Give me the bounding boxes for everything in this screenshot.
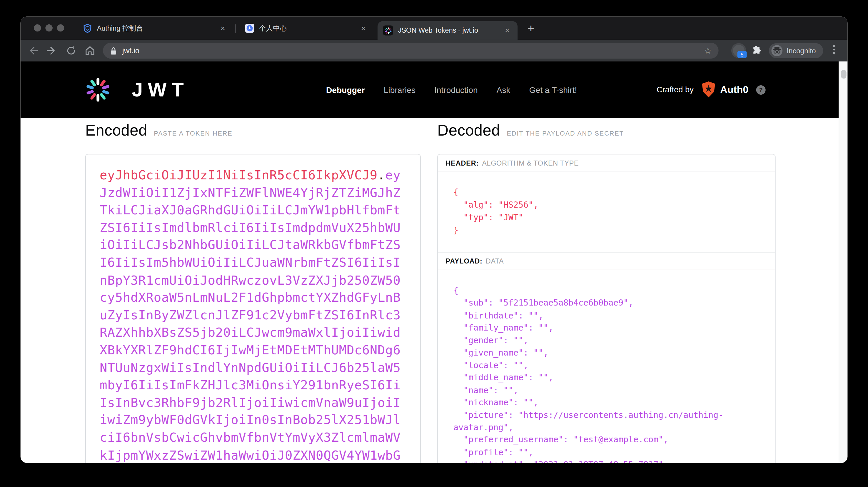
tab-jwt-io[interactable]: JSON Web Tokens - jwt.io ✕: [377, 21, 518, 40]
token-line: TkiLCJiaXJ0aGRhdGUiOiIiLCJmYW1pbHlfbmFt: [100, 202, 409, 219]
crafted-by-group: Crafted by Auth0 ?: [657, 61, 766, 118]
browser-menu-icon[interactable]: [833, 45, 835, 54]
json-line: "typ": "JWT": [454, 211, 771, 224]
browser-window: Authing 控制台 ✕ 个人中心 ✕: [21, 17, 848, 463]
json-line: "sub": "5f2151beae5a8b4ce6b0bae9",: [454, 297, 771, 309]
header-section-label: HEADER: ALGORITHM & TOKEN TYPE: [438, 154, 775, 172]
personal-center-icon: [245, 24, 254, 33]
authing-shield-icon: [83, 24, 92, 33]
address-bar[interactable]: jwt.io ☆: [103, 43, 719, 59]
window-zoom-button[interactable]: [57, 24, 64, 31]
token-line: XBkYXRlZF9hdCI6IjIwMjEtMDEtMThUMDc6NDg6: [100, 341, 409, 359]
jwt-favicon: [383, 26, 393, 36]
json-line: "name": "",: [454, 384, 771, 396]
token-line: IsInBvc3RhbF9jb2RlIjoiIiwicmVnaW9uIjoiI: [100, 394, 409, 412]
decoded-title: Decoded: [437, 122, 500, 140]
nav-ask[interactable]: Ask: [497, 85, 510, 94]
window-minimize-button[interactable]: [45, 24, 52, 31]
json-line: avatar.png",: [454, 421, 771, 434]
window-close-button[interactable]: [34, 24, 41, 31]
decoded-subtitle: EDIT THE PAYLOAD AND SECRET: [507, 130, 624, 137]
json-line: "nickname": "",: [454, 396, 771, 409]
token-line: ZSI6IiIsImdlbmRlciI6IiIsImdpdmVuX25hbWU: [100, 219, 409, 237]
incognito-badge: Incognito: [769, 43, 823, 58]
auth0-label[interactable]: Auth0: [720, 84, 748, 96]
decoded-panel: HEADER: ALGORITHM & TOKEN TYPE { "alg": …: [437, 154, 775, 463]
extensions-puzzle-icon[interactable]: [751, 45, 762, 56]
tab-close-icon[interactable]: ✕: [502, 26, 512, 35]
payload-sublabel: DATA: [486, 257, 504, 265]
nav-debugger[interactable]: Debugger: [326, 85, 365, 94]
json-line: "family_name": "",: [454, 322, 771, 334]
tab-strip: Authing 控制台 ✕ 个人中心 ✕: [21, 17, 848, 40]
encoded-title: Encoded: [85, 122, 147, 140]
json-line: "locale": "",: [454, 359, 771, 371]
page-scrollbar[interactable]: [839, 61, 847, 463]
token-line: cy5hdXRoaW5nLmNuL2F1dGhpbmctYXZhdGFyLnB: [100, 289, 409, 306]
header-sublabel: ALGORITHM & TOKEN TYPE: [482, 159, 579, 167]
browser-toolbar: jwt.io ☆ 5 Incognito: [21, 40, 848, 61]
nav-tshirt[interactable]: Get a T-shirt!: [529, 85, 577, 94]
json-line: }: [454, 224, 771, 237]
jwt-logo[interactable]: JWT: [85, 61, 189, 118]
encoded-subtitle: PASTE A TOKEN HERE: [154, 130, 232, 137]
nav-libraries[interactable]: Libraries: [384, 85, 415, 94]
json-line: "profile": "",: [454, 446, 771, 458]
tab-close-icon[interactable]: ✕: [218, 24, 227, 33]
forward-icon[interactable]: [46, 45, 58, 57]
json-line: "preferred_username": "test@example.com"…: [454, 434, 771, 446]
jwt-wordmark: JWT: [132, 78, 189, 101]
tab-title: Authing 控制台: [97, 24, 218, 33]
tab-title: JSON Web Tokens - jwt.io: [398, 27, 502, 34]
url-text[interactable]: jwt.io: [122, 47, 140, 55]
token-line: ciI6bnVsbCwicGhvbmVfbnVtYmVyX3ZlcmlmaWV: [100, 429, 409, 447]
token-line: iOiIiLCJsb2NhbGUiOiIiLCJtaWRkbGVfbmFtZS: [100, 237, 409, 254]
scrollbar-thumb[interactable]: [841, 70, 846, 79]
token-line: mbyI6IiIsImFkZHJlc3MiOnsiY291bnRyeSI6Ii: [100, 376, 409, 394]
site-nav: Debugger Libraries Introduction Ask Get …: [326, 61, 577, 118]
payload-label: PAYLOAD:: [446, 257, 483, 265]
jwt-pinwheel-icon: [85, 77, 111, 103]
payload-json-editor[interactable]: { "sub": "5f2151beae5a8b4ce6b0bae9", "bi…: [438, 270, 775, 463]
json-line: "gender": "",: [454, 334, 771, 347]
incognito-label: Incognito: [786, 47, 816, 55]
decoded-heading-row: Decoded EDIT THE PAYLOAD AND SECRET: [437, 122, 624, 140]
bookmark-star-icon[interactable]: ☆: [704, 46, 712, 55]
token-line: nBpY3R1cmUiOiJodHRwczovL3VzZXJjb250ZW50: [100, 272, 409, 289]
json-line: {: [454, 285, 771, 297]
payload-section-label: PAYLOAD: DATA: [438, 252, 775, 270]
encoded-token-editor[interactable]: eyJhbGciOiJIUzI1NiIsInR5cCI6IkpXVCJ9.eyJ…: [85, 154, 421, 463]
screenshot-stage: Authing 控制台 ✕ 个人中心 ✕: [0, 0, 868, 487]
json-line: {: [454, 186, 771, 199]
token-line: JzdWIiOiI1ZjIxNTFiZWFlNWE4YjRjZTZiMGJhZ: [100, 184, 409, 202]
json-line: "alg": "HS256",: [454, 199, 771, 211]
extension-icon[interactable]: 5: [731, 43, 744, 58]
tab-separator: [235, 24, 236, 33]
header-json-editor[interactable]: { "alg": "HS256", "typ": "JWT"}: [438, 172, 775, 252]
token-header-segment: eyJhbGciOiJIUzI1NiIsInR5cCI6IkpXVCJ9: [100, 168, 377, 182]
new-tab-button[interactable]: +: [523, 21, 539, 36]
nav-introduction[interactable]: Introduction: [434, 85, 478, 94]
json-line: "picture": "https://usercontents.authing…: [454, 409, 771, 421]
back-icon[interactable]: [27, 45, 39, 57]
jwt-site-header: JWT Debugger Libraries Introduction Ask …: [21, 61, 839, 118]
json-line: "middle_name": "",: [454, 372, 771, 384]
tab-authing-console[interactable]: Authing 控制台 ✕: [78, 17, 233, 40]
token-line: iwiZm9ybWF0dGVkIjoiIn0sInBob25lX251bWJl: [100, 412, 409, 429]
help-button[interactable]: ?: [756, 85, 766, 94]
home-icon[interactable]: [84, 45, 96, 57]
token-line: eyJhbGciOiJIUzI1NiIsInR5cCI6IkpXVCJ9.ey: [100, 167, 409, 184]
token-line: I6IiIsIm5hbWUiOiIiLCJuaWNrbmFtZSI6IiIsI: [100, 254, 409, 271]
extension-badge: 5: [738, 51, 747, 58]
json-line: "given_name": "",: [454, 347, 771, 359]
crafted-by-label: Crafted by: [657, 85, 694, 94]
incognito-icon: [771, 45, 783, 57]
tab-close-icon[interactable]: ✕: [359, 24, 368, 33]
json-line: "updated_at": "2021-01-18T07:48:55.781Z": [454, 458, 771, 463]
token-line: kIjpmYWxzZSwiZW1haWwiOiJ0ZXN0QGV4YW1wbG: [100, 447, 409, 463]
auth0-shield-icon: [701, 82, 716, 98]
token-separator-dot: .: [377, 168, 385, 182]
tab-personal-center[interactable]: 个人中心 ✕: [240, 17, 374, 40]
lock-icon[interactable]: [110, 46, 117, 55]
reload-icon[interactable]: [65, 45, 77, 57]
